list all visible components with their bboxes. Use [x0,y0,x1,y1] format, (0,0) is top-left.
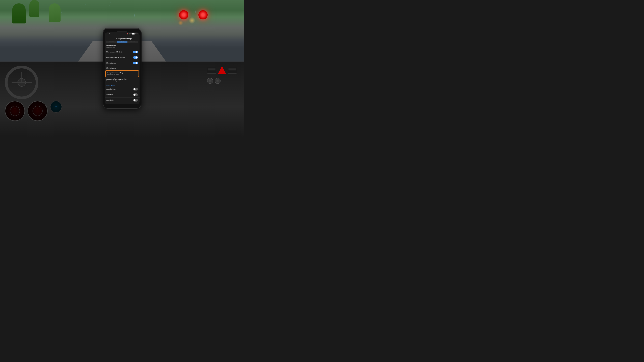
setting-label: Play audio cues [106,62,116,64]
phone-notch [117,31,127,32]
alarm-icon: ⏰ [126,33,128,34]
spoke [22,82,32,83]
vent-slat [208,70,216,71]
gauge-reading: 140 [10,106,20,109]
setting-text: Play audio cues [106,62,116,64]
phone-screen: ▲▼ ⊕ ✦ ⏰ 🔒 Ⓑ ▊▊▊ 12:41 ← Navigatio [105,32,140,104]
control-knob[interactable] [207,78,213,84]
toggle-play-audio-cues[interactable] [133,62,138,64]
tree-silhouette [49,3,60,22]
left-dashboard: 140 80 10.0 [5,66,62,121]
vent-slat [208,68,216,68]
toggle-knob [136,51,138,53]
voice-selection-label: Voice selection [106,45,138,46]
gauge-small: 10.0 [50,101,62,113]
right-controls [207,66,237,84]
setting-google-assistant[interactable]: Google Assistant settings Manage driving… [105,70,139,77]
traffic-light-right [198,10,208,19]
setting-text: Avoid highways [106,88,116,90]
phone-body: ▲▼ ⊕ ✦ ⏰ 🔒 Ⓑ ▊▊▊ 12:41 ← Navigatio [103,28,142,109]
toggle-knob [136,62,138,64]
tree-silhouette [12,3,26,23]
toggle-knob [134,94,136,96]
tab-louder[interactable]: LOUDER [128,41,138,43]
setting-play-voice-phone[interactable]: Play voice during phone calls [105,55,140,60]
app-header: ← Navigation settings [105,36,140,41]
setting-label: Avoid tolls [106,94,113,95]
setting-label: Avoid highways [106,88,116,90]
setting-play-test-sound[interactable]: Play test sound [105,66,140,70]
time-display: 12:41 [135,33,138,34]
toggle-avoid-tolls[interactable] [133,93,138,96]
screen-content: ▲▼ ⊕ ✦ ⏰ 🔒 Ⓑ ▊▊▊ 12:41 ← Navigatio [105,32,140,104]
gauge-left: 140 [5,101,25,121]
setting-label: Play test sound [106,67,116,69]
vent-slat [228,69,236,70]
battery-icon: ▊▊▊ [132,33,135,34]
setting-text: Play voice during phone calls [106,57,125,58]
vent-slat [208,72,216,72]
toggle-knob [134,99,136,101]
lock-icon: 🔒 [128,33,130,34]
setting-assistant-media[interactable]: Assistant default media provider Service… [105,77,140,83]
raindrop [85,3,86,5]
setting-play-voice-bluetooth[interactable]: Play voice over Bluetooth [105,49,140,55]
setting-text: Google Assistant settings Manage driving… [107,72,123,75]
steering-wheel-area [5,66,38,99]
toggle-play-voice-phone[interactable] [133,56,138,59]
setting-label: Avoid ferries [106,99,114,101]
phone-device: ▲▼ ⊕ ✦ ⏰ 🔒 Ⓑ ▊▊▊ 12:41 ← Navigatio [103,28,142,109]
setting-text: Play voice over Bluetooth [106,51,122,53]
toggle-knob [134,88,136,90]
toggle-avoid-highways[interactable] [133,88,138,90]
setting-avoid-tolls[interactable]: Avoid tolls [105,92,140,97]
bokeh-light [189,17,196,24]
tab-softer[interactable]: SOFTER [106,41,117,43]
setting-avoid-highways[interactable]: Avoid highways [105,86,140,92]
setting-label: Google Assistant settings [107,72,123,74]
setting-text: Avoid ferries [106,99,114,101]
wifi-icon: ⊕ [109,33,110,34]
bokeh-light [178,20,183,25]
signal-icon: ▲▼ [106,33,108,34]
toggle-play-voice-bluetooth[interactable] [133,51,138,53]
route-options-header: Route options [105,83,140,86]
steering-wheel [5,66,38,99]
voice-selection-value: Default (English) [106,47,138,48]
raindrop [171,5,172,8]
vent-slat [228,70,236,71]
gauge-inner: 140 [10,106,20,116]
traffic-light-left [179,10,188,19]
setting-avoid-ferries[interactable]: Avoid ferries [105,97,140,103]
setting-label: Assistant default media provider [106,78,126,80]
twitter-icon: ✦ [110,33,111,34]
gauge-cluster: 140 80 10.0 [5,101,62,121]
vent [207,67,216,73]
emergency-button[interactable] [217,66,226,75]
phone-notch-area [105,31,140,32]
raindrop [110,2,110,6]
knob-controls [207,78,237,84]
app-title: Navigation settings [110,38,138,40]
tab-normal[interactable]: NORMAL [117,41,128,43]
setting-play-audio-cues[interactable]: Play audio cues [105,60,140,66]
control-knob[interactable] [215,78,220,84]
back-button[interactable]: ← [106,37,109,40]
spoke [12,82,22,83]
gauge-inner: 80 [32,106,42,116]
tree-silhouette [29,0,40,17]
status-icons-right: ⏰ 🔒 Ⓑ ▊▊▊ 12:41 [126,33,138,35]
setting-text: Play test sound [106,67,116,69]
voice-selection-item[interactable]: Voice selection Default (English) [105,44,140,49]
toggle-avoid-ferries[interactable] [133,99,138,102]
setting-text: Assistant default media provider Service… [106,78,126,81]
bluetooth-icon: Ⓑ [130,33,132,35]
raindrop [61,12,62,15]
setting-label: Play voice over Bluetooth [106,51,122,53]
setting-sublabel: Manage driving mode [107,74,123,75]
setting-label: Play voice during phone calls [106,57,125,58]
raindrop [134,14,135,17]
vent [228,67,237,73]
vent-slat [228,68,236,68]
gauge-right: 80 [28,101,48,121]
